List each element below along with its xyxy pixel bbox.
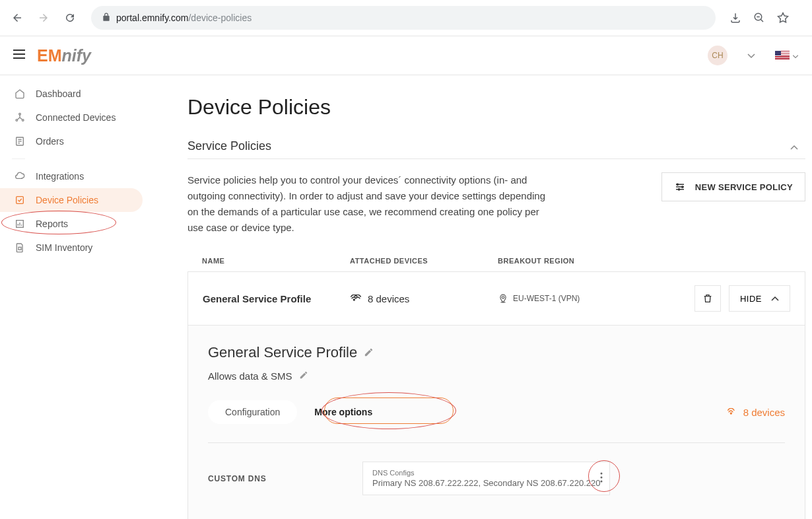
sidebar-item-label: Connected Devices: [36, 112, 116, 123]
custom-dns-label: CUSTOM DNS: [208, 474, 362, 483]
policy-name: General Service Profile: [203, 293, 351, 304]
devices-link[interactable]: 8 devices: [727, 407, 785, 418]
svg-rect-15: [18, 247, 21, 250]
svg-point-28: [601, 480, 603, 482]
section-collapse[interactable]: [790, 141, 799, 153]
expanded-subtitle: Allows data & SMS: [208, 370, 292, 382]
hide-button[interactable]: HIDE: [729, 285, 790, 312]
dns-config-box: DNS Configs Primary NS 208.67.222.222, S…: [362, 462, 610, 495]
svg-point-23: [502, 296, 504, 299]
sidebar-item-label: Dashboard: [36, 88, 81, 99]
svg-point-20: [681, 186, 683, 188]
address-bar[interactable]: portal.emnify.com/device-policies: [91, 6, 716, 30]
section-title: Service Policies: [187, 139, 271, 153]
svg-point-21: [678, 189, 679, 190]
app-topbar: EMnify CH: [0, 36, 812, 75]
sidebar-item-label: Integrations: [36, 171, 84, 182]
sidebar-item-sim-inventory[interactable]: SIM Inventory: [0, 236, 164, 260]
policy-region: EU-WEST-1 (VPN): [498, 294, 694, 303]
locale-chevron[interactable]: [792, 50, 799, 61]
url-domain: portal.emnify.com: [116, 13, 188, 23]
bookmark-icon[interactable]: [774, 9, 792, 27]
tab-configuration[interactable]: Configuration: [208, 400, 297, 424]
svg-point-4: [16, 120, 18, 121]
user-menu-chevron[interactable]: [747, 50, 755, 61]
delete-button[interactable]: [694, 285, 721, 312]
install-icon[interactable]: [726, 9, 745, 27]
tab-more-options[interactable]: More options: [297, 400, 389, 424]
sidebar-item-integrations[interactable]: Integrations: [0, 164, 164, 188]
edit-subtitle-icon[interactable]: [299, 370, 308, 382]
svg-point-26: [601, 472, 603, 474]
sidebar-item-reports[interactable]: Reports: [0, 212, 164, 236]
dns-box-label: DNS Configs: [372, 469, 600, 477]
forward-button[interactable]: [33, 7, 54, 28]
svg-point-25: [730, 413, 731, 414]
sidebar-item-orders[interactable]: Orders: [0, 129, 164, 153]
reload-button[interactable]: [59, 7, 81, 28]
avatar[interactable]: CH: [708, 46, 727, 65]
sidebar-item-label: Device Policies: [36, 195, 98, 205]
sidebar-item-connected-devices[interactable]: Connected Devices: [0, 106, 164, 129]
sidebar-item-device-policies[interactable]: Device Policies: [0, 188, 143, 212]
sidebar-item-label: Orders: [36, 136, 64, 147]
page-title: Device Policies: [187, 95, 805, 120]
locale-flag[interactable]: [775, 51, 790, 60]
browser-chrome: portal.emnify.com/device-policies: [0, 0, 812, 36]
svg-rect-10: [17, 197, 24, 204]
policy-devices: 8 devices: [351, 293, 498, 304]
lock-icon: [102, 13, 111, 24]
policy-expanded-panel: General Service Profile Allows data & SM…: [187, 326, 805, 519]
col-breakout-region: BREAKOUT REGION: [498, 257, 791, 265]
zoom-icon[interactable]: [750, 9, 768, 27]
svg-point-27: [601, 476, 603, 478]
svg-point-19: [677, 184, 678, 185]
url-path: /device-policies: [188, 13, 252, 23]
logo[interactable]: EMnify: [37, 46, 91, 65]
section-description: Service policies help you to control you…: [187, 172, 557, 236]
chevron-up-icon: [771, 296, 779, 301]
sidebar-item-label: Reports: [36, 219, 68, 229]
svg-point-5: [22, 120, 24, 121]
sidebar-item-dashboard[interactable]: Dashboard: [0, 82, 164, 106]
col-attached-devices: ATTACHED DEVICES: [350, 257, 498, 265]
sidebar-item-label: SIM Inventory: [36, 242, 92, 253]
dns-more-menu[interactable]: [600, 472, 603, 485]
table-header: NAME ATTACHED DEVICES BREAKOUT REGION: [187, 242, 805, 271]
dns-box-value: Primary NS 208.67.222.222, Secondary NS …: [372, 478, 600, 488]
svg-point-3: [19, 113, 21, 115]
expanded-title: General Service Profile: [208, 344, 357, 361]
svg-point-22: [353, 299, 355, 300]
back-button[interactable]: [7, 7, 28, 28]
svg-line-1: [761, 19, 763, 22]
edit-title-icon[interactable]: [364, 344, 374, 361]
sidebar: Dashboard Connected Devices Orders Integ…: [0, 75, 164, 519]
menu-toggle[interactable]: [13, 50, 25, 61]
new-service-policy-button[interactable]: NEW SERVICE POLICY: [661, 172, 805, 201]
policy-row: General Service Profile 8 devices EU-WES…: [187, 271, 805, 326]
col-name: NAME: [202, 257, 350, 265]
